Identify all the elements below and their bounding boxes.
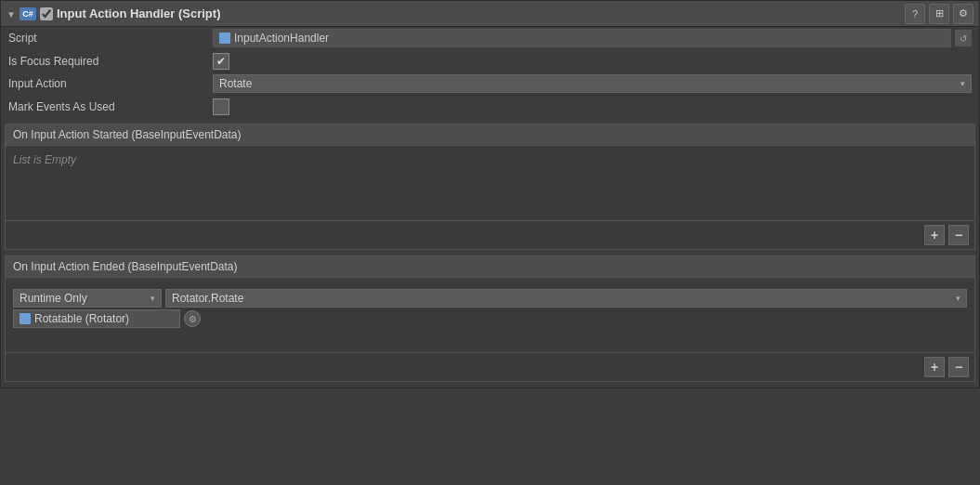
- target-value: Rotatable (Rotator): [34, 312, 129, 325]
- target-file-icon: [20, 313, 31, 324]
- event-started-header: On Input Action Started (BaseInputEventD…: [6, 125, 974, 146]
- script-value-container: InputActionHandler ↺: [213, 29, 972, 47]
- input-action-dropdown-value: Rotate: [219, 77, 252, 90]
- event-started-add-button[interactable]: +: [924, 225, 945, 245]
- target-field[interactable]: Rotatable (Rotator): [13, 309, 180, 328]
- script-label: Script: [8, 32, 213, 45]
- script-reset-button[interactable]: ↺: [955, 30, 972, 46]
- event-ended-target-row: Rotatable (Rotator) ⚙: [13, 309, 967, 328]
- event-ended-add-button[interactable]: +: [924, 357, 945, 377]
- script-file-icon: [219, 33, 230, 44]
- event-started-section: On Input Action Started (BaseInputEventD…: [5, 124, 975, 250]
- preset-button[interactable]: ⊞: [929, 4, 949, 24]
- collapse-arrow-icon[interactable]: ▼: [7, 9, 16, 19]
- is-focus-required-checkbox[interactable]: [213, 53, 229, 70]
- component-enabled-checkbox[interactable]: [40, 7, 53, 20]
- event-started-empty-text: List is Empty: [13, 153, 76, 166]
- input-action-value: Rotate ▾: [213, 74, 972, 93]
- script-field[interactable]: InputActionHandler: [213, 29, 951, 47]
- event-ended-entry-row: Runtime Only ▾ Rotator.Rotate ▾: [13, 289, 967, 308]
- mark-events-checkbox[interactable]: [213, 98, 229, 115]
- settings-button[interactable]: ⚙: [953, 4, 973, 24]
- event-started-title: On Input Action Started (BaseInputEventD…: [13, 128, 241, 141]
- is-focus-required-label: Is Focus Required: [8, 55, 213, 68]
- event-ended-section: On Input Action Ended (BaseInputEventDat…: [5, 256, 975, 382]
- mark-events-row: Mark Events As Used: [1, 96, 979, 118]
- header-action-icons: ? ⊞ ⚙: [905, 4, 973, 24]
- event-started-remove-button[interactable]: −: [948, 225, 969, 245]
- header-left: ▼ C# Input Action Handler (Script): [7, 7, 905, 20]
- is-focus-required-value: [213, 53, 972, 70]
- event-ended-body: Runtime Only ▾ Rotator.Rotate ▾ Rotatabl…: [6, 278, 974, 352]
- function-dropdown[interactable]: Rotator.Rotate ▾: [165, 289, 967, 308]
- help-button[interactable]: ?: [905, 4, 925, 24]
- event-started-footer: + −: [6, 220, 974, 249]
- target-settings-button[interactable]: ⚙: [184, 310, 201, 327]
- event-ended-title: On Input Action Ended (BaseInputEventDat…: [13, 260, 238, 273]
- input-action-dropdown[interactable]: Rotate ▾: [213, 74, 972, 93]
- script-row: Script InputActionHandler ↺: [1, 27, 979, 50]
- cs-badge: C#: [20, 7, 36, 20]
- event-ended-remove-button[interactable]: −: [948, 357, 969, 377]
- component-title: Input Action Handler (Script): [57, 7, 220, 20]
- event-started-body: List is Empty: [6, 146, 974, 220]
- runtime-only-value: Runtime Only: [20, 292, 87, 305]
- runtime-only-dropdown[interactable]: Runtime Only ▾: [13, 289, 162, 308]
- mark-events-value: [213, 98, 972, 115]
- runtime-only-dropdown-arrow-icon: ▾: [150, 294, 155, 303]
- input-action-row: Input Action Rotate ▾: [1, 72, 979, 96]
- is-focus-required-row: Is Focus Required: [1, 50, 979, 72]
- event-ended-footer: + −: [6, 352, 974, 381]
- mark-events-label: Mark Events As Used: [8, 100, 213, 113]
- main-panel: ▼ C# Input Action Handler (Script) ? ⊞ ⚙…: [0, 0, 980, 388]
- event-ended-header: On Input Action Ended (BaseInputEventDat…: [6, 256, 974, 278]
- function-value: Rotator.Rotate: [172, 292, 243, 305]
- input-action-label: Input Action: [8, 77, 213, 90]
- script-name: InputActionHandler: [234, 32, 329, 45]
- function-dropdown-arrow-icon: ▾: [956, 294, 960, 303]
- input-action-dropdown-arrow-icon: ▾: [960, 79, 965, 88]
- component-header: ▼ C# Input Action Handler (Script) ? ⊞ ⚙: [1, 1, 979, 27]
